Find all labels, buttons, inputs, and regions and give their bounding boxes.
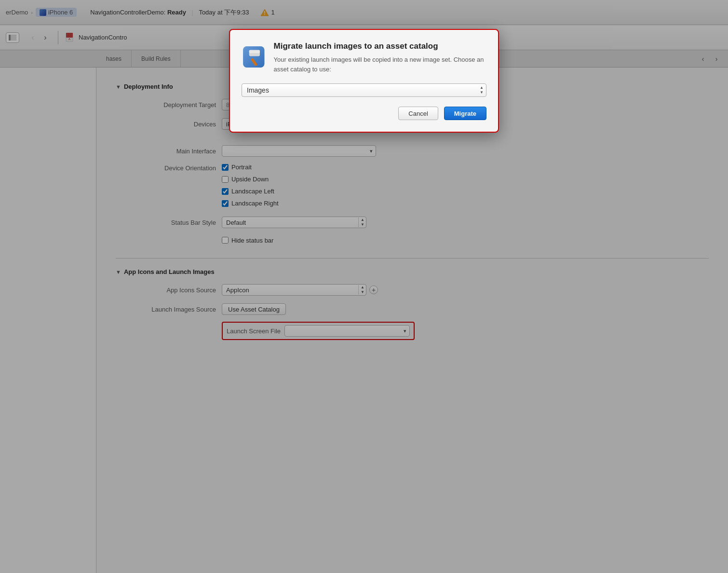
migrate-modal: Migrate launch images to an asset catalo… xyxy=(229,29,499,133)
modal-overlay: Migrate launch images to an asset catalo… xyxy=(0,0,728,573)
modal-title: Migrate launch images to an asset catalo… xyxy=(274,41,486,51)
modal-catalog-select-wrapper: Images ▲ ▼ xyxy=(242,83,486,97)
modal-header: Migrate launch images to an asset catalo… xyxy=(242,41,486,74)
svg-rect-11 xyxy=(249,50,260,53)
svg-rect-8 xyxy=(243,46,264,68)
cancel-button[interactable]: Cancel xyxy=(398,107,438,120)
modal-body-text: Your existing launch images will be copi… xyxy=(274,55,486,74)
modal-catalog-select[interactable]: Images xyxy=(242,83,486,97)
modal-buttons: Cancel Migrate xyxy=(242,107,486,120)
modal-text-content: Migrate launch images to an asset catalo… xyxy=(274,41,486,74)
migrate-button[interactable]: Migrate xyxy=(444,107,486,120)
xcode-hammer-icon xyxy=(242,41,266,72)
